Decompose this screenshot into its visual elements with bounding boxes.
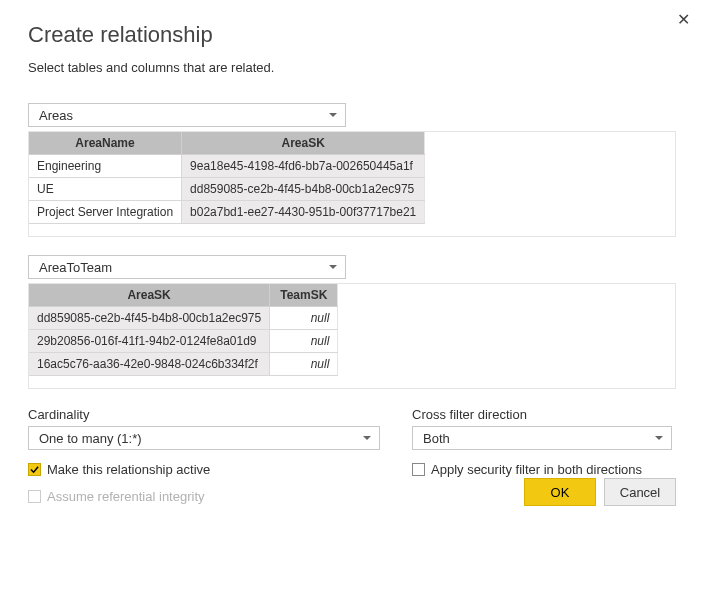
security-checkbox[interactable] <box>412 463 425 476</box>
active-checkbox[interactable] <box>28 463 41 476</box>
table1-grid[interactable]: AreaName AreaSK Engineering 9ea18e45-419… <box>29 132 425 224</box>
dialog-title: Create relationship <box>28 22 676 48</box>
col-header[interactable]: AreaName <box>29 132 182 155</box>
cell: Project Server Integration <box>29 201 182 224</box>
table2-select-value: AreaToTeam <box>39 260 112 275</box>
cell: null <box>270 353 338 376</box>
cardinality-label: Cardinality <box>28 407 412 422</box>
table1-preview: AreaName AreaSK Engineering 9ea18e45-419… <box>28 131 676 237</box>
col-header[interactable]: TeamSK <box>270 284 338 307</box>
dialog-subtitle: Select tables and columns that are relat… <box>28 60 676 75</box>
cardinality-value: One to many (1:*) <box>39 431 142 446</box>
cell: UE <box>29 178 182 201</box>
table-header-row: AreaName AreaSK <box>29 132 425 155</box>
table-row: Engineering 9ea18e45-4198-4fd6-bb7a-0026… <box>29 155 425 178</box>
cell: Engineering <box>29 155 182 178</box>
cardinality-group: Cardinality One to many (1:*) Make this … <box>28 407 412 504</box>
ok-button[interactable]: OK <box>524 478 596 506</box>
referential-check-label: Assume referential integrity <box>47 489 205 504</box>
crossfilter-value: Both <box>423 431 450 446</box>
cell: 9ea18e45-4198-4fd6-bb7a-002650445a1f <box>182 155 425 178</box>
table2-grid[interactable]: AreaSK TeamSK dd859085-ce2b-4f45-b4b8-00… <box>29 284 338 376</box>
table-row: Project Server Integration b02a7bd1-ee27… <box>29 201 425 224</box>
col-header[interactable]: AreaSK <box>182 132 425 155</box>
cell: 29b20856-016f-41f1-94b2-0124fe8a01d9 <box>29 330 270 353</box>
dialog-footer: OK Cancel <box>524 478 676 506</box>
cancel-button[interactable]: Cancel <box>604 478 676 506</box>
active-check-row[interactable]: Make this relationship active <box>28 462 412 477</box>
security-check-row[interactable]: Apply security filter in both directions <box>412 462 676 477</box>
cell: null <box>270 330 338 353</box>
cardinality-select[interactable]: One to many (1:*) <box>28 426 380 450</box>
table-row: 29b20856-016f-41f1-94b2-0124fe8a01d9 nul… <box>29 330 338 353</box>
chevron-down-icon <box>363 436 371 440</box>
crossfilter-select[interactable]: Both <box>412 426 672 450</box>
cell: null <box>270 307 338 330</box>
table2-select[interactable]: AreaToTeam <box>28 255 346 279</box>
table-header-row: AreaSK TeamSK <box>29 284 338 307</box>
cell: dd859085-ce2b-4f45-b4b8-00cb1a2ec975 <box>29 307 270 330</box>
table2-preview: AreaSK TeamSK dd859085-ce2b-4f45-b4b8-00… <box>28 283 676 389</box>
referential-check-row: Assume referential integrity <box>28 489 412 504</box>
chevron-down-icon <box>655 436 663 440</box>
chevron-down-icon <box>329 265 337 269</box>
table1-select-value: Areas <box>39 108 73 123</box>
table-row: dd859085-ce2b-4f45-b4b8-00cb1a2ec975 nul… <box>29 307 338 330</box>
cell: dd859085-ce2b-4f45-b4b8-00cb1a2ec975 <box>182 178 425 201</box>
active-check-label: Make this relationship active <box>47 462 210 477</box>
close-icon[interactable]: ✕ <box>677 10 690 29</box>
cell: 16ac5c76-aa36-42e0-9848-024c6b334f2f <box>29 353 270 376</box>
table1-select[interactable]: Areas <box>28 103 346 127</box>
create-relationship-dialog: ✕ Create relationship Select tables and … <box>0 0 704 522</box>
security-check-label: Apply security filter in both directions <box>431 462 642 477</box>
col-header[interactable]: AreaSK <box>29 284 270 307</box>
chevron-down-icon <box>329 113 337 117</box>
cell: b02a7bd1-ee27-4430-951b-00f37717be21 <box>182 201 425 224</box>
referential-checkbox <box>28 490 41 503</box>
table-row: UE dd859085-ce2b-4f45-b4b8-00cb1a2ec975 <box>29 178 425 201</box>
table-row: 16ac5c76-aa36-42e0-9848-024c6b334f2f nul… <box>29 353 338 376</box>
crossfilter-label: Cross filter direction <box>412 407 676 422</box>
